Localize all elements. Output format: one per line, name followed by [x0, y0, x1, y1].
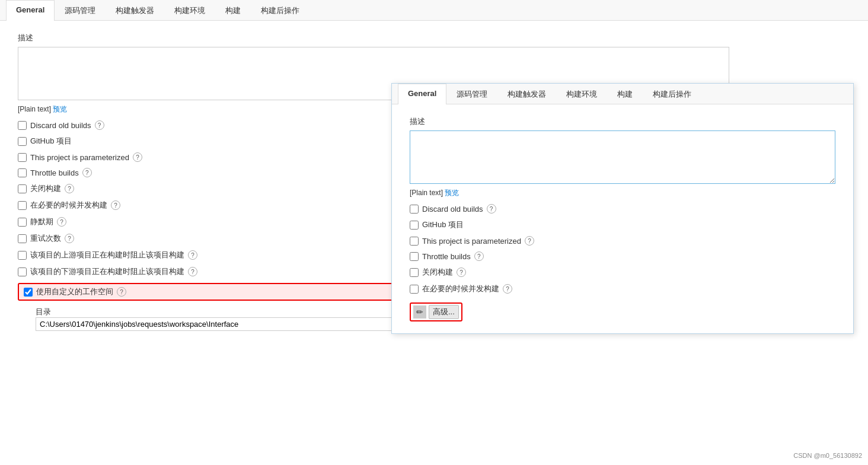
main-checkbox-label-6: 静默期 [30, 216, 53, 227]
overlay-checkbox-2[interactable] [410, 237, 419, 246]
overlay-help-icon-3[interactable]: ? [474, 251, 484, 261]
overlay-checkbox-3[interactable] [410, 252, 419, 261]
advanced-label[interactable]: 高级... [429, 305, 459, 319]
main-checkbox-8[interactable] [18, 251, 27, 260]
tab-build[interactable]: 构建 [215, 0, 251, 21]
overlay-help-icon-4[interactable]: ? [457, 267, 466, 277]
main-checkbox-6[interactable] [18, 218, 27, 227]
help-icon-0[interactable]: ? [95, 120, 104, 130]
tab-trigger[interactable]: 构建触发器 [106, 0, 164, 21]
main-checkbox-5[interactable] [18, 201, 27, 210]
help-icon-3[interactable]: ? [82, 168, 92, 177]
advanced-icon: ✏ [413, 305, 426, 319]
tab-post[interactable]: 构建后操作 [251, 0, 309, 21]
overlay-checkbox-label-0: Discard old builds [422, 205, 483, 214]
main-checkbox-label-8: 该项目的上游项目正在构建时阻止该项目构建 [30, 250, 184, 260]
overlay-tab-general[interactable]: General [398, 84, 446, 104]
overlay-checkbox-1[interactable] [410, 221, 419, 230]
overlay-checkbox-5[interactable] [410, 285, 419, 294]
tab-env[interactable]: 构建环境 [164, 0, 215, 21]
overlay-tab-post[interactable]: 构建后操作 [643, 84, 701, 104]
overlay-tab-env[interactable]: 构建环境 [556, 84, 607, 104]
tab-general[interactable]: General [6, 0, 55, 21]
overlay-desc-label: 描述 [410, 116, 835, 127]
overlay-checkbox-0[interactable] [410, 205, 419, 214]
overlay-checkbox-label-2: This project is parameterized [422, 237, 521, 246]
advanced-button-area[interactable]: ✏ 高级... [410, 302, 462, 321]
overlay-help-icon-2[interactable]: ? [525, 236, 534, 246]
main-checkbox-7[interactable] [18, 234, 27, 243]
main-checkbox-label-2: This project is parameterized [30, 153, 129, 162]
overlay-checkbox-row-1: GitHub 项目 [410, 219, 835, 230]
overlay-tab-source[interactable]: 源码管理 [446, 84, 497, 104]
main-checkbox-4[interactable] [18, 184, 27, 193]
overlay-tab-build[interactable]: 构建 [607, 84, 643, 104]
main-checkbox-label-0: Discard old builds [30, 121, 91, 130]
overlay-checkbox-row-2: This project is parameterized? [410, 236, 835, 246]
overlay-description-textarea[interactable] [410, 130, 835, 184]
overlay-checkbox-4[interactable] [410, 268, 419, 277]
overlay-checkbox-label-4: 关闭构建 [422, 267, 453, 278]
overlay-checkbox-label-3: Throttle builds [422, 252, 471, 261]
main-checkbox-label-5: 在必要的时候并发构建 [30, 200, 107, 211]
main-checkbox-label-7: 重试次数 [30, 233, 61, 244]
help-icon-2[interactable]: ? [133, 152, 142, 162]
overlay-tab-trigger[interactable]: 构建触发器 [497, 84, 556, 104]
desc-label: 描述 [18, 33, 753, 43]
main-checkbox-label-10: 使用自定义的工作空间 [36, 286, 113, 297]
main-checkbox-9[interactable] [18, 267, 27, 276]
overlay-preview-link[interactable]: 预览 [445, 189, 459, 197]
overlay-checkbox-label-5: 在必要的时候并发构建 [422, 284, 499, 294]
overlay-content: 描述 [Plain text] 预览 Discard old builds?Gi… [392, 104, 853, 333]
tab-source[interactable]: 源码管理 [55, 0, 106, 21]
overlay-panel: General 源码管理 构建触发器 构建环境 构建 构建后操作 描述 [Pla… [391, 83, 854, 334]
main-checkbox-1[interactable] [18, 137, 27, 146]
plain-text-label: [Plain text] [18, 105, 51, 113]
overlay-checkboxes: Discard old builds?GitHub 项目This project… [410, 204, 835, 294]
overlay-checkbox-row-4: 关闭构建? [410, 267, 835, 278]
main-checkbox-3[interactable] [18, 168, 27, 177]
help-icon-7[interactable]: ? [65, 234, 74, 243]
main-checkbox-0[interactable] [18, 121, 27, 130]
overlay-checkbox-label-1: GitHub 项目 [422, 219, 464, 230]
main-checkbox-label-1: GitHub 项目 [30, 136, 72, 146]
help-icon-6[interactable]: ? [57, 217, 66, 227]
help-icon-5[interactable]: ? [111, 200, 120, 210]
main-checkbox-2[interactable] [18, 153, 27, 162]
help-icon-9[interactable]: ? [188, 267, 197, 276]
overlay-checkbox-row-3: Throttle builds? [410, 251, 835, 261]
help-icon-8[interactable]: ? [188, 250, 197, 260]
overlay-tab-bar: General 源码管理 构建触发器 构建环境 构建 构建后操作 [392, 84, 853, 104]
help-icon-10[interactable]: ? [117, 287, 126, 297]
main-checkbox-label-3: Throttle builds [30, 168, 79, 177]
overlay-checkbox-row-5: 在必要的时候并发构建? [410, 284, 835, 294]
overlay-checkbox-row-0: Discard old builds? [410, 204, 835, 214]
main-checkbox-label-9: 该项目的下游项目正在构建时阻止该项目构建 [30, 266, 184, 277]
main-checkbox-label-4: 关闭构建 [30, 183, 61, 194]
overlay-help-icon-0[interactable]: ? [487, 204, 496, 214]
main-checkbox-10[interactable] [24, 288, 33, 297]
overlay-plain-text-row: [Plain text] 预览 [410, 188, 835, 198]
overlay-help-icon-5[interactable]: ? [503, 284, 512, 294]
overlay-plain-text-label: [Plain text] [410, 189, 443, 197]
help-icon-4[interactable]: ? [65, 184, 74, 193]
watermark: CSDN @m0_56130892 [793, 452, 862, 459]
main-tab-bar: General 源码管理 构建触发器 构建环境 构建 构建后操作 [0, 0, 868, 21]
preview-link[interactable]: 预览 [53, 105, 67, 113]
main-panel: General 源码管理 构建触发器 构建环境 构建 构建后操作 描述 [Pla… [0, 0, 868, 465]
